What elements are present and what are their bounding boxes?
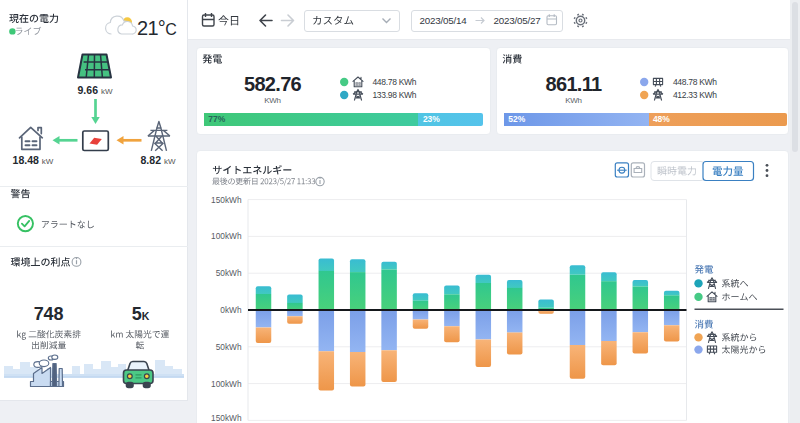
svg-text:0kWh: 0kWh — [220, 305, 242, 315]
svg-text:50kWh: 50kWh — [215, 268, 241, 278]
svg-text:100kWh: 100kWh — [211, 379, 242, 389]
svg-text:150kWh: 150kWh — [211, 413, 242, 423]
svg-text:100kWh: 100kWh — [211, 231, 242, 241]
svg-text:150kWh: 150kWh — [211, 195, 242, 205]
svg-text:50kWh: 50kWh — [215, 342, 241, 352]
